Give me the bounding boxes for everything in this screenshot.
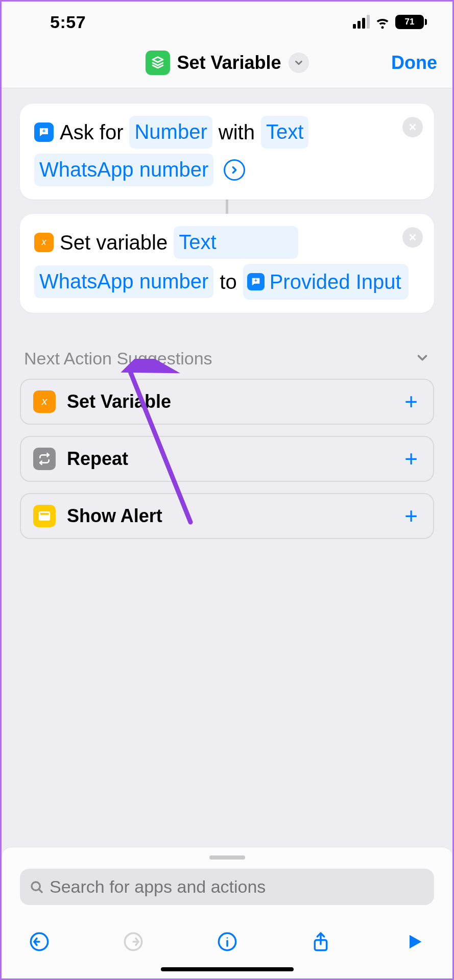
status-icons: 71 bbox=[353, 14, 427, 30]
share-button[interactable] bbox=[308, 929, 333, 954]
suggestions-title: Next Action Suggestions bbox=[24, 349, 212, 369]
repeat-icon bbox=[33, 448, 56, 470]
bottom-toolbar bbox=[2, 916, 452, 964]
battery-icon: 71 bbox=[395, 15, 427, 29]
svg-line-13 bbox=[39, 889, 42, 892]
variable-value-token[interactable]: + Provided Input bbox=[243, 264, 409, 300]
bottom-sheet[interactable] bbox=[2, 847, 452, 978]
suggestion-repeat[interactable]: Repeat + bbox=[20, 436, 434, 482]
suggestion-label: Repeat bbox=[67, 448, 393, 470]
variable-icon: x bbox=[34, 233, 54, 252]
nav-title: Set Variable bbox=[177, 52, 281, 74]
suggestion-set-variable[interactable]: x Set Variable + bbox=[20, 379, 434, 425]
suggestion-label: Set Variable bbox=[67, 391, 393, 412]
svg-text:x: x bbox=[41, 237, 47, 247]
run-button[interactable] bbox=[402, 929, 427, 954]
action-text: with bbox=[219, 116, 255, 148]
suggestion-show-alert[interactable]: Show Alert + bbox=[20, 493, 434, 539]
remove-action-button[interactable] bbox=[402, 227, 423, 248]
action-text: Ask for bbox=[60, 116, 123, 148]
sheet-grabber[interactable] bbox=[209, 855, 245, 860]
suggestion-label: Show Alert bbox=[67, 505, 393, 527]
status-bar: 5:57 71 bbox=[2, 2, 452, 37]
shortcut-icon bbox=[145, 51, 170, 75]
remove-action-button[interactable] bbox=[402, 117, 423, 137]
add-suggestion-button[interactable]: + bbox=[404, 503, 421, 529]
chevron-down-icon[interactable] bbox=[289, 53, 309, 73]
ask-input-icon: + bbox=[247, 273, 265, 290]
action-text: Set variable bbox=[60, 227, 168, 258]
wifi-icon bbox=[375, 14, 390, 30]
nav-title-group[interactable]: Set Variable bbox=[145, 51, 308, 75]
battery-percent: 71 bbox=[405, 17, 415, 27]
provided-input-label: Provided Input bbox=[270, 266, 401, 298]
home-indicator[interactable] bbox=[161, 967, 294, 971]
search-input[interactable] bbox=[50, 877, 425, 897]
collapse-suggestions-button[interactable] bbox=[415, 350, 430, 368]
detail-disclosure-button[interactable] bbox=[224, 159, 245, 181]
ask-type-token[interactable]: Number bbox=[129, 116, 212, 149]
variable-name-token-1[interactable]: Text bbox=[174, 226, 298, 259]
ask-prompt-token-2[interactable]: WhatsApp number bbox=[34, 154, 213, 186]
ask-prompt-token-1[interactable]: Text bbox=[261, 116, 308, 149]
nav-header: Set Variable Done bbox=[2, 37, 452, 88]
undo-button[interactable] bbox=[27, 929, 52, 954]
svg-text:+: + bbox=[254, 278, 257, 283]
redo-button[interactable] bbox=[121, 929, 146, 954]
next-action-suggestions: Next Action Suggestions x Set Variable +… bbox=[20, 349, 434, 539]
alert-window-icon bbox=[33, 505, 56, 527]
action-connector bbox=[226, 200, 228, 214]
add-suggestion-button[interactable]: + bbox=[404, 389, 421, 414]
add-suggestion-button[interactable]: + bbox=[404, 446, 421, 472]
variable-name-token-2[interactable]: WhatsApp number bbox=[34, 265, 213, 298]
done-button[interactable]: Done bbox=[391, 52, 437, 74]
status-time: 5:57 bbox=[50, 12, 86, 32]
search-field[interactable] bbox=[20, 869, 434, 905]
svg-text:+: + bbox=[42, 128, 45, 134]
svg-text:x: x bbox=[41, 395, 48, 407]
ask-input-icon: + bbox=[34, 122, 54, 142]
action-text: to bbox=[220, 266, 236, 298]
svg-point-17 bbox=[226, 937, 228, 939]
variable-icon: x bbox=[33, 390, 56, 413]
search-icon bbox=[29, 879, 44, 895]
action-set-variable[interactable]: x Set variable Text WhatsApp number to +… bbox=[20, 214, 434, 313]
cellular-icon bbox=[353, 15, 370, 29]
action-ask-for-input[interactable]: + Ask for Number with Text WhatsApp numb… bbox=[20, 104, 434, 200]
info-button[interactable] bbox=[215, 929, 240, 954]
